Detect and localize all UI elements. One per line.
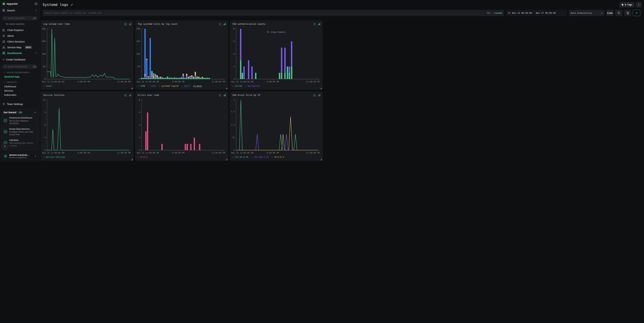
chart-legend: —Failed—Successful	[232, 85, 260, 87]
get-started-item[interactable]: Add DataStart sending logs, metrics, or …	[4, 138, 36, 147]
line-chart-toggle-icon[interactable]	[219, 94, 222, 96]
legend-item[interactable]: —nginx	[182, 85, 190, 87]
chart-plot[interactable]: 380285190950Nov 15 12:00:00 AM9:00:00 PM…	[42, 28, 132, 84]
resize-handle[interactable]	[320, 159, 322, 160]
svg-text:3: 3	[234, 99, 234, 101]
chart-plot[interactable]: 86420Nov 15 12:00:00 AM9:00:00 PM11:00:0…	[136, 99, 227, 155]
legend-item[interactable]: —Successful	[245, 85, 260, 87]
saved-searches-search[interactable]: ⌘K	[2, 16, 38, 21]
svg-text:Nov 15 12:00:00 AM: Nov 15 12:00:00 AM	[231, 81, 253, 83]
sidebar-item-search[interactable]: Search	[0, 8, 40, 13]
get-started-item[interactable]: Connect to ClickHouseSet up your databas…	[4, 116, 36, 125]
chart-plot[interactable]: 129630Nov 15 12:00:00 AM9:00:00 PM11:00:…	[42, 99, 132, 155]
brand-name: HyperDX	[7, 2, 18, 5]
plus-icon: +	[3, 58, 4, 61]
bar-chart-toggle-icon[interactable]	[129, 23, 132, 25]
check-circle-icon	[4, 119, 7, 122]
create-dashboard-button[interactable]: + Create Dashboard	[0, 57, 40, 63]
user-menu[interactable]: D dominic.tran@clic... dominic.tran@clic…	[1, 153, 38, 159]
bar-chart-toggle-icon[interactable]	[318, 94, 320, 96]
sidebar-item-service-map[interactable]: Service MapBETA	[0, 44, 40, 50]
svg-text:190: 190	[136, 53, 140, 55]
chevron-up-icon[interactable]	[34, 111, 36, 114]
legend-item[interactable]: —192.168.1.10	[251, 156, 268, 158]
legend-item[interactable]: —Service failures	[43, 156, 65, 158]
svg-text:0: 0	[44, 78, 46, 80]
chart-panel-5: Errors over time86420Nov 15 12:00:00 AM9…	[135, 91, 228, 161]
bar-chart-toggle-icon[interactable]	[129, 94, 132, 96]
line-chart-toggle-icon[interactable]	[219, 23, 222, 25]
saved-searches-input[interactable]	[8, 17, 31, 20]
svg-text:0.75: 0.75	[231, 136, 234, 139]
legend-more-link[interactable]: +3 more	[193, 85, 202, 87]
bell-icon	[2, 34, 5, 37]
sidebar-item-team-settings[interactable]: Team Settings	[0, 101, 40, 107]
legend-item[interactable]: —CRON	[138, 85, 145, 87]
legend-item[interactable]: —sshd	[148, 85, 156, 87]
legend-item[interactable]: —Failed	[232, 85, 242, 87]
chart-plot[interactable]: 86420Nov 15 12:00:00 AM9:00:00 PM11:00:0…	[231, 28, 321, 84]
svg-text:9:00:00 PM: 9:00:00 PM	[78, 81, 90, 83]
sidebar-item-systemd-logs[interactable]: Systemd logs	[0, 75, 40, 79]
chevron-up-icon[interactable]	[35, 9, 38, 12]
line-chart-toggle-icon[interactable]	[124, 23, 127, 25]
grid-icon	[2, 52, 5, 55]
chart-panel-6: SSH brute force by IP32.31.50.750Nov 15 …	[230, 91, 322, 161]
legend-item[interactable]: —Errors	[138, 156, 148, 158]
resize-handle[interactable]	[226, 88, 227, 89]
chevron-up-icon	[35, 52, 38, 54]
collapse-sidebar-icon[interactable]	[35, 3, 38, 5]
resize-handle[interactable]	[131, 159, 133, 160]
legend-item[interactable]: —10.0.0.5	[272, 156, 284, 158]
laptop-icon	[2, 40, 5, 43]
sidebar-item-alerts[interactable]: Alerts	[0, 33, 40, 39]
event-search: SQL | Lucene	[42, 10, 322, 16]
get-started-item[interactable]: Create Data SourcesConfigure where your …	[4, 127, 36, 136]
section-label-presets[interactable]: PRESETS	[0, 80, 40, 84]
search-section-label: Search	[7, 9, 15, 12]
sidebar-item-client-sessions[interactable]: Client Sessions	[0, 39, 40, 44]
legend-item[interactable]: —172.16.0.20	[232, 156, 248, 158]
section-label-saved-dashboards[interactable]: SAVED DASHBOARDS	[0, 70, 40, 75]
svg-text:Nov 15 12:00:00 AM: Nov 15 12:00:00 AM	[42, 81, 64, 83]
svg-text:9:00:00 PM: 9:00:00 PM	[172, 81, 184, 83]
resize-handle[interactable]	[131, 88, 133, 89]
nav-label: Chart Explorer	[7, 29, 24, 32]
sidebar-item-dashboards[interactable]: Dashboards	[0, 50, 40, 56]
svg-text:Nov 15 12:00:00 AM: Nov 15 12:00:00 AM	[137, 81, 159, 83]
line-chart-toggle-icon[interactable]	[314, 23, 316, 25]
chevron-right-icon	[34, 155, 36, 157]
bar-chart-toggle-icon[interactable]	[224, 94, 226, 96]
sidebar-item-kubernetes[interactable]: Kubernetes	[0, 93, 40, 97]
svg-text:380: 380	[42, 28, 46, 30]
legend-item[interactable]: —systemd-logind	[159, 85, 178, 87]
sidebar-item-services[interactable]: Services	[0, 89, 40, 93]
saved-dashboards-input[interactable]	[8, 66, 31, 68]
help-button[interactable]: ?	[2, 144, 8, 150]
bar-chart-toggle-icon[interactable]	[224, 23, 226, 25]
team-settings-label: Team Settings	[7, 103, 23, 106]
bar-chart-toggle-icon[interactable]	[318, 23, 320, 25]
sidebar-item-clickhouse[interactable]: ClickHouse	[0, 84, 40, 89]
user-email: dominic.tran@clickh...	[9, 156, 29, 159]
line-chart-toggle-icon[interactable]	[124, 94, 127, 96]
get-started-item-title: Connect to ClickHouse	[9, 117, 32, 119]
chart-title: Log volume over time	[43, 23, 70, 25]
sidebar-item-chart-explorer[interactable]: Chart Explorer	[0, 27, 40, 33]
chart-plot[interactable]: 32.31.50.750Nov 15 12:00:00 AM9:00:00 PM…	[231, 99, 321, 155]
sidebar-sections: SAVED DASHBOARDSSystemd logsPRESETSClick…	[0, 70, 40, 97]
chart-plot[interactable]: 380285190950Nov 15 12:00:00 AM9:00:00 PM…	[136, 28, 227, 84]
line-chart-toggle-icon[interactable]	[314, 94, 316, 96]
check-circle-icon	[4, 130, 7, 134]
chart-explorer-icon	[2, 29, 5, 32]
edit-title-icon[interactable]	[70, 4, 73, 6]
event-search-input[interactable]	[45, 12, 322, 14]
resize-handle[interactable]	[320, 88, 322, 89]
search-section-icon	[2, 9, 5, 12]
saved-dashboards-search[interactable]: ⌘K	[2, 64, 38, 69]
legend-item[interactable]: —count	[43, 85, 52, 87]
nav-label: Alerts	[7, 34, 14, 37]
svg-text:2.3: 2.3	[231, 110, 234, 113]
resize-handle[interactable]	[226, 159, 227, 160]
svg-text:285: 285	[136, 40, 140, 43]
